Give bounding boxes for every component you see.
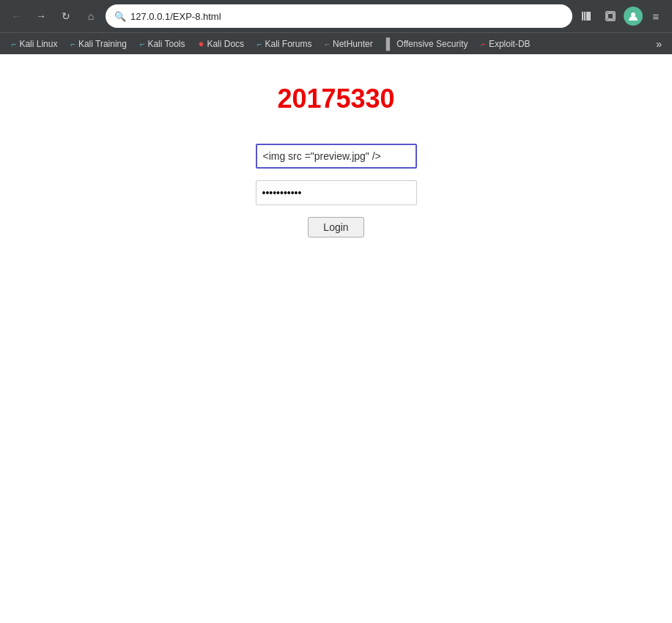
avatar[interactable] <box>624 7 643 26</box>
address-bar-container: 🔍 <box>106 4 572 28</box>
page-title: 20175330 <box>277 84 394 114</box>
bookmark-kali-linux[interactable]: ⌐ Kali Linux <box>6 37 63 51</box>
bookmark-nethunter[interactable]: ⌐ NetHunter <box>320 37 379 51</box>
tab-switcher-button[interactable] <box>600 6 621 26</box>
kali-docs-icon: ● <box>199 38 204 49</box>
svg-rect-2 <box>586 12 591 21</box>
kali-linux-icon: ⌐ <box>12 40 16 48</box>
browser-chrome: ← → ↻ ⌂ 🔍 <box>0 0 672 54</box>
home-button[interactable]: ⌂ <box>81 6 101 26</box>
bookmark-offensive-security[interactable]: ▌ Offensive Security <box>380 35 474 52</box>
page-content: 20175330 Login <box>0 54 672 623</box>
kali-training-label: Kali Training <box>78 39 127 49</box>
bookmark-kali-forums[interactable]: ⌐ Kali Forums <box>251 37 317 51</box>
svg-rect-0 <box>582 12 583 21</box>
kali-forums-icon: ⌐ <box>257 40 262 48</box>
nethunter-icon: ⌐ <box>325 40 330 48</box>
forward-button[interactable]: → <box>31 6 51 26</box>
exploit-db-icon: ⌐ <box>481 40 485 48</box>
bookmark-kali-tools[interactable]: ⌐ Kali Tools <box>134 37 191 51</box>
kali-tools-icon: ⌐ <box>140 40 144 48</box>
username-input[interactable] <box>256 144 417 169</box>
nethunter-label: NetHunter <box>333 39 373 49</box>
offensive-security-label: Offensive Security <box>396 39 468 49</box>
library-button[interactable] <box>577 6 597 26</box>
back-button[interactable]: ← <box>6 6 26 26</box>
kali-training-icon: ⌐ <box>70 40 75 48</box>
bookmark-kali-training[interactable]: ⌐ Kali Training <box>64 37 132 51</box>
kali-docs-label: Kali Docs <box>207 39 244 49</box>
menu-button[interactable]: ≡ <box>646 6 666 26</box>
svg-rect-4 <box>608 13 613 19</box>
toolbar-right: ≡ <box>577 6 666 26</box>
kali-tools-label: Kali Tools <box>147 39 185 49</box>
password-input[interactable] <box>256 180 417 205</box>
kali-forums-label: Kali Forums <box>265 39 312 49</box>
address-bar[interactable] <box>130 11 564 22</box>
exploit-db-label: Exploit-DB <box>489 39 531 49</box>
kali-linux-label: Kali Linux <box>19 39 57 49</box>
offensive-security-icon: ▌ <box>386 37 394 50</box>
login-button[interactable]: Login <box>308 217 363 237</box>
bookmark-exploit-db[interactable]: ⌐ Exploit-DB <box>475 37 536 51</box>
search-icon: 🔍 <box>114 11 126 22</box>
bookmarks-bar: ⌐ Kali Linux ⌐ Kali Training ⌐ Kali Tool… <box>0 32 672 54</box>
login-form: Login <box>256 144 417 237</box>
bookmark-kali-docs[interactable]: ● Kali Docs <box>193 36 251 51</box>
browser-toolbar: ← → ↻ ⌂ 🔍 <box>0 0 672 32</box>
bookmarks-overflow-button[interactable]: » <box>651 36 666 52</box>
refresh-button[interactable]: ↻ <box>56 6 76 26</box>
svg-rect-1 <box>584 12 586 21</box>
